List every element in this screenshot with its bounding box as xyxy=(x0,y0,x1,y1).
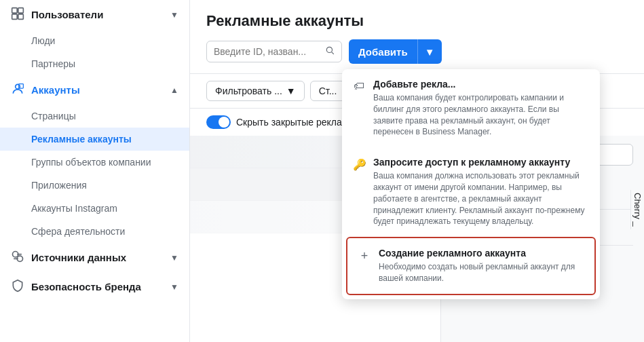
filter-button-label: Фильтровать ... xyxy=(215,86,282,96)
dropdown-menu: 🏷 Добавьте рекла... Ваша компания будет … xyxy=(342,69,600,299)
sidebar-item-apps[interactable]: Приложения xyxy=(0,174,189,197)
key-icon: 🔑 xyxy=(353,158,365,171)
dropdown-item-add-desc: Ваша компания будет контролировать кампа… xyxy=(373,92,589,138)
cherry-label: Cherry _ xyxy=(630,190,644,229)
plus-icon: + xyxy=(358,249,371,263)
main-content: Рекламные аккаунты Добавить ▼ 🏷 xyxy=(190,0,644,342)
toolbar: Добавить ▼ 🏷 Добавьте рекла... Ваша комп… xyxy=(206,39,628,64)
dropdown-item-create-title: Создание рекламного аккаунта xyxy=(379,248,584,259)
dropdown-item-add-account[interactable]: 🏷 Добавьте рекла... Ваша компания будет … xyxy=(342,69,600,147)
chevron-down-icon: ▼ xyxy=(170,10,178,20)
data-icon xyxy=(11,250,24,265)
sidebar-section-accounts[interactable]: Аккаунты ▲ xyxy=(0,75,189,104)
columns-button[interactable]: Ст... xyxy=(310,81,346,101)
filter-chevron-icon: ▼ xyxy=(286,86,296,96)
dropdown-item-create-desc: Необходимо создать новый рекламный аккау… xyxy=(379,261,584,284)
sidebar-item-sphere[interactable]: Сфера деятельности xyxy=(0,220,189,243)
dropdown-item-request-desc: Ваша компания должна использовать этот р… xyxy=(373,170,589,227)
dropdown-item-request-title: Запросите доступ к рекламному аккаунту xyxy=(373,157,589,168)
chevron-up-icon: ▲ xyxy=(170,86,178,95)
sidebar-item-partners[interactable]: Партнеры xyxy=(0,52,189,75)
sidebar-section-users[interactable]: Пользователи ▼ xyxy=(0,0,189,29)
sidebar-item-groups[interactable]: Группы объектов компании xyxy=(0,151,189,174)
sidebar-section-brand-safety[interactable]: Безопасность бренда ▼ xyxy=(0,272,189,301)
sidebar-section-brand-label: Безопасность бренда xyxy=(31,281,141,292)
sidebar-section-users-label: Пользователи xyxy=(31,9,103,20)
chevron-down-icon-2: ▼ xyxy=(170,253,178,263)
sidebar: Пользователи ▼ Люди Партнеры Аккаунты ▲ … xyxy=(0,0,190,342)
sidebar-item-pages[interactable]: Страницы xyxy=(0,104,189,128)
sidebar-section-data-label: Источники данных xyxy=(31,252,126,263)
add-dropdown-arrow[interactable]: ▼ xyxy=(418,39,442,64)
dropdown-item-request-access[interactable]: 🔑 Запросите доступ к рекламному аккаунту… xyxy=(342,147,600,237)
search-input[interactable] xyxy=(214,46,321,57)
sidebar-section-data-sources[interactable]: Источники данных ▼ xyxy=(0,243,189,272)
hide-closed-toggle[interactable] xyxy=(206,115,231,129)
svg-point-10 xyxy=(326,47,332,52)
svg-rect-3 xyxy=(18,14,24,20)
svg-line-11 xyxy=(332,52,334,54)
add-button-label: Добавить xyxy=(349,39,418,64)
dropdown-item-create-account[interactable]: + Создание рекламного аккаунта Необходим… xyxy=(346,237,596,295)
columns-button-label: Ст... xyxy=(319,86,337,96)
dropdown-item-add-title: Добавьте рекла... xyxy=(373,79,589,90)
search-input-wrap[interactable] xyxy=(206,41,342,62)
page-title: Рекламные аккаунты xyxy=(206,12,628,30)
tag-icon: 🏷 xyxy=(353,80,365,92)
add-button[interactable]: Добавить ▼ xyxy=(349,39,442,64)
sidebar-item-ad-accounts[interactable]: Рекламные аккаунты xyxy=(0,128,189,151)
users-icon xyxy=(11,7,24,22)
svg-rect-1 xyxy=(18,8,24,14)
shield-icon xyxy=(11,279,24,294)
svg-rect-0 xyxy=(12,8,18,14)
main-header: Рекламные аккаунты Добавить ▼ 🏷 xyxy=(190,0,644,74)
sidebar-item-people[interactable]: Люди xyxy=(0,29,189,52)
svg-rect-2 xyxy=(12,14,18,20)
accounts-icon xyxy=(11,82,24,98)
sidebar-section-accounts-label: Аккаунты xyxy=(31,84,80,96)
search-icon xyxy=(325,45,335,58)
sidebar-item-instagram[interactable]: Аккаунты Instagram xyxy=(0,197,189,220)
chevron-down-icon-3: ▼ xyxy=(170,282,178,292)
filter-button[interactable]: Фильтровать ... ▼ xyxy=(206,81,305,101)
